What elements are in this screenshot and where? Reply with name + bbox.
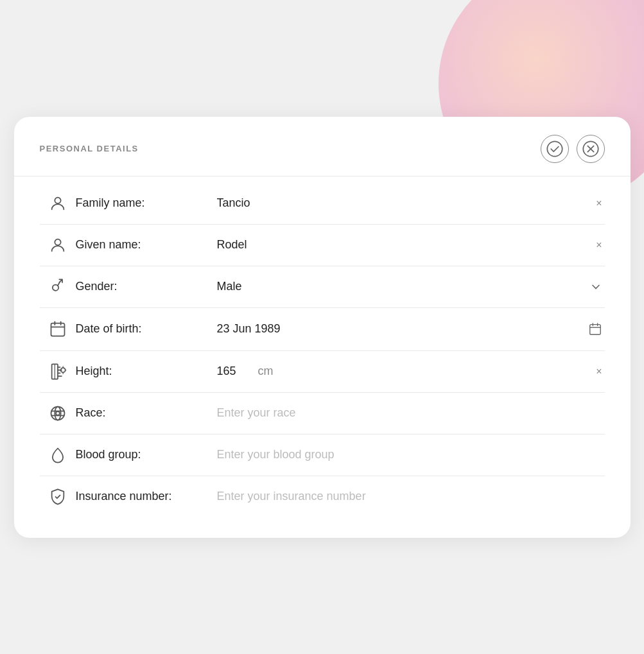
dob-value-wrapper: 23 Jun 1989 bbox=[217, 320, 605, 339]
shield-icon bbox=[40, 488, 76, 506]
confirm-button[interactable] bbox=[541, 135, 569, 163]
card-header: PERSONAL DETAILS bbox=[14, 117, 631, 176]
svg-point-0 bbox=[547, 141, 562, 156]
svg-point-27 bbox=[56, 411, 60, 415]
dob-label: Date of birth: bbox=[76, 322, 217, 336]
svg-point-23 bbox=[51, 406, 64, 420]
header-actions bbox=[541, 135, 605, 163]
check-icon bbox=[546, 140, 564, 158]
insurance-label: Insurance number: bbox=[76, 490, 217, 503]
insurance-row: Insurance number: bbox=[40, 476, 605, 517]
svg-point-4 bbox=[55, 197, 60, 203]
svg-rect-8 bbox=[51, 323, 64, 336]
dob-calendar-button[interactable] bbox=[586, 320, 605, 339]
close-circle-icon bbox=[582, 140, 600, 158]
person-icon-1 bbox=[40, 194, 76, 212]
insurance-input[interactable] bbox=[217, 490, 605, 503]
insurance-value-wrapper bbox=[217, 490, 605, 503]
gender-dropdown-button[interactable] bbox=[587, 278, 605, 296]
race-value-wrapper bbox=[217, 406, 605, 420]
given-name-clear-button[interactable]: × bbox=[593, 237, 604, 254]
family-name-label: Family name: bbox=[76, 196, 217, 210]
height-value-wrapper: cm × bbox=[217, 363, 605, 380]
race-input[interactable] bbox=[217, 406, 605, 420]
gender-value: Male bbox=[217, 280, 587, 293]
person-icon-2 bbox=[40, 236, 76, 254]
gender-label: Gender: bbox=[76, 280, 217, 293]
height-label: Height: bbox=[76, 365, 217, 378]
race-label: Race: bbox=[76, 406, 217, 420]
family-name-clear-button[interactable]: × bbox=[593, 195, 604, 212]
dob-value: 23 Jun 1989 bbox=[217, 322, 586, 336]
race-row: Race: bbox=[40, 393, 605, 435]
given-name-value-wrapper: × bbox=[217, 237, 605, 254]
blood-group-value-wrapper bbox=[217, 448, 605, 461]
given-name-row: Given name: × bbox=[40, 225, 605, 266]
svg-point-5 bbox=[55, 239, 60, 245]
gender-row: Gender: Male bbox=[40, 266, 605, 308]
height-input[interactable] bbox=[217, 365, 256, 378]
gender-icon bbox=[40, 278, 76, 296]
blood-icon bbox=[40, 446, 76, 464]
height-clear-button[interactable]: × bbox=[593, 363, 604, 380]
given-name-label: Given name: bbox=[76, 238, 217, 252]
globe-icon bbox=[40, 404, 76, 422]
gender-value-wrapper: Male bbox=[217, 278, 605, 296]
blood-group-row: Blood group: bbox=[40, 435, 605, 476]
dob-row: Date of birth: 23 Jun 1989 bbox=[40, 308, 605, 351]
personal-details-card: PERSONAL DETAILS bbox=[14, 117, 631, 538]
family-name-input[interactable] bbox=[217, 196, 594, 210]
given-name-input[interactable] bbox=[217, 238, 594, 252]
calendar-icon bbox=[40, 320, 76, 338]
height-unit: cm bbox=[258, 365, 274, 378]
card-title: PERSONAL DETAILS bbox=[40, 144, 139, 153]
card-body: Family name: × Given name: × bbox=[14, 176, 631, 538]
family-name-value-wrapper: × bbox=[217, 195, 605, 212]
blood-group-input[interactable] bbox=[217, 448, 605, 461]
family-name-row: Family name: × bbox=[40, 183, 605, 225]
svg-rect-12 bbox=[589, 324, 600, 334]
height-icon bbox=[40, 363, 76, 381]
height-row: Height: cm × bbox=[40, 351, 605, 393]
blood-group-label: Blood group: bbox=[76, 448, 217, 461]
cancel-button[interactable] bbox=[577, 135, 605, 163]
